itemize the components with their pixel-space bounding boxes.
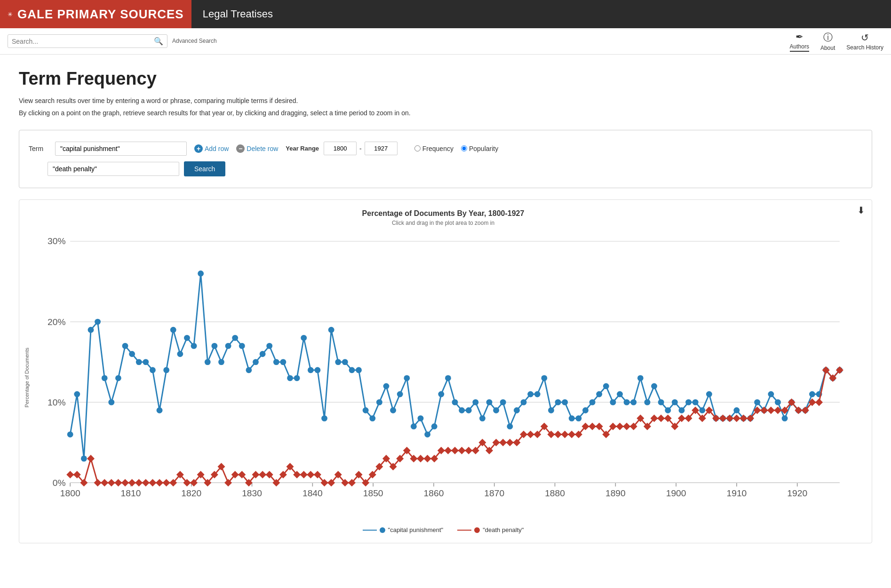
svg-point-127 <box>699 407 705 413</box>
chart-svg[interactable]: 0%10%20%30%18001810182018301840185018601… <box>32 234 862 520</box>
brand-logo: ✳ <box>8 11 13 18</box>
search-input[interactable] <box>12 38 154 45</box>
y-axis-label: Percentage of Documents <box>24 348 30 407</box>
svg-point-64 <box>266 343 272 349</box>
minus-icon: − <box>236 144 245 153</box>
svg-point-113 <box>603 383 609 389</box>
svg-marker-159 <box>142 479 150 486</box>
svg-marker-153 <box>101 479 108 486</box>
svg-point-125 <box>685 399 692 405</box>
authors-icon: ✒ <box>796 31 803 42</box>
svg-point-39 <box>95 318 101 325</box>
svg-marker-234 <box>657 414 665 422</box>
download-icon[interactable]: ⬇ <box>857 205 865 216</box>
svg-marker-211 <box>499 438 507 446</box>
search-box[interactable]: 🔍 <box>8 34 167 48</box>
svg-point-79 <box>369 415 375 421</box>
row-actions: + Add row − Delete row <box>194 144 278 153</box>
svg-marker-176 <box>259 471 266 478</box>
svg-point-46 <box>143 359 149 365</box>
svg-point-40 <box>102 375 108 381</box>
chart-svg-wrap[interactable]: 0%10%20%30%18001810182018301840185018601… <box>32 234 862 522</box>
svg-point-93 <box>466 407 472 413</box>
svg-point-118 <box>637 375 644 381</box>
svg-point-66 <box>280 359 286 365</box>
svg-point-70 <box>308 367 314 373</box>
svg-marker-162 <box>163 479 170 486</box>
svg-point-137 <box>768 391 774 397</box>
svg-marker-183 <box>307 471 314 478</box>
svg-point-54 <box>198 270 204 277</box>
svg-marker-250 <box>767 406 775 414</box>
search-form-box: Term + Add row − Delete row Year Range - <box>19 130 872 188</box>
chart-subtitle: Click and drag in the plot area to zoom … <box>24 220 862 226</box>
svg-marker-152 <box>94 479 102 486</box>
frequency-radio[interactable] <box>414 145 421 151</box>
svg-text:1880: 1880 <box>545 488 565 498</box>
svg-point-73 <box>328 327 334 333</box>
svg-point-90 <box>445 375 451 381</box>
delete-row-button[interactable]: − Delete row <box>236 144 278 153</box>
svg-point-96 <box>486 399 493 405</box>
add-row-button[interactable]: + Add row <box>194 144 229 153</box>
svg-point-69 <box>301 335 307 341</box>
svg-point-37 <box>81 455 87 461</box>
year-from-input[interactable] <box>324 142 357 155</box>
svg-text:1800: 1800 <box>60 488 80 498</box>
popularity-radio-label[interactable]: Popularity <box>461 145 498 152</box>
search-icon[interactable]: 🔍 <box>154 37 163 46</box>
form-row-1: Term + Add row − Delete row Year Range - <box>29 142 862 156</box>
legend-dot-blue <box>380 527 385 533</box>
svg-point-77 <box>356 367 362 373</box>
nav-item-search-history[interactable]: ↺ Search History <box>846 32 883 51</box>
chart-legend: "capital punishment" "death penalty" <box>24 526 862 533</box>
svg-point-124 <box>679 407 685 413</box>
svg-text:0%: 0% <box>53 477 66 487</box>
collection-section: Legal Treatises <box>191 0 891 28</box>
svg-marker-200 <box>424 455 431 462</box>
svg-point-132 <box>733 407 740 413</box>
search-button[interactable]: Search <box>184 161 225 176</box>
delete-row-label: Delete row <box>247 145 278 152</box>
svg-point-47 <box>150 367 156 373</box>
svg-point-68 <box>294 375 300 381</box>
svg-point-94 <box>472 399 478 405</box>
svg-point-121 <box>658 399 664 405</box>
chart-title: Percentage of Documents By Year, 1800-19… <box>24 209 862 218</box>
svg-point-80 <box>376 399 382 405</box>
svg-marker-158 <box>135 479 143 486</box>
svg-point-43 <box>122 343 128 349</box>
year-range: Year Range - <box>286 142 398 155</box>
svg-point-91 <box>452 399 458 405</box>
svg-point-110 <box>582 407 589 413</box>
svg-text:1900: 1900 <box>666 488 686 498</box>
svg-text:30%: 30% <box>48 236 66 246</box>
svg-point-42 <box>115 375 121 381</box>
add-row-label: Add row <box>205 145 229 152</box>
svg-point-107 <box>562 399 568 405</box>
year-to-input[interactable] <box>365 142 398 155</box>
svg-point-62 <box>253 359 259 365</box>
svg-marker-215 <box>527 430 534 438</box>
frequency-radio-label[interactable]: Frequency <box>414 145 453 152</box>
svg-marker-205 <box>458 447 466 454</box>
nav-item-authors[interactable]: ✒ Authors <box>790 31 809 52</box>
svg-marker-206 <box>465 447 472 454</box>
search-history-icon: ↺ <box>861 32 869 43</box>
svg-point-92 <box>459 407 465 413</box>
svg-point-75 <box>342 359 348 365</box>
term2-input[interactable] <box>48 162 179 176</box>
legend-item-blue: "capital punishment" <box>363 526 444 533</box>
plus-icon: + <box>194 144 203 153</box>
page-desc2: By clicking on a point on the graph, ret… <box>19 108 872 118</box>
page-title: Term Frequency <box>19 69 872 89</box>
chart-container: ⬇ Percentage of Documents By Year, 1800-… <box>19 199 872 543</box>
popularity-radio[interactable] <box>461 145 467 151</box>
term1-input[interactable] <box>55 142 187 156</box>
nav-item-about[interactable]: ⓘ About <box>820 31 835 51</box>
page-desc1: View search results over time by enterin… <box>19 95 872 106</box>
advanced-search-link[interactable]: Advanced Search <box>172 38 217 44</box>
svg-point-139 <box>782 415 788 421</box>
svg-point-119 <box>644 399 651 405</box>
about-icon: ⓘ <box>823 31 833 44</box>
